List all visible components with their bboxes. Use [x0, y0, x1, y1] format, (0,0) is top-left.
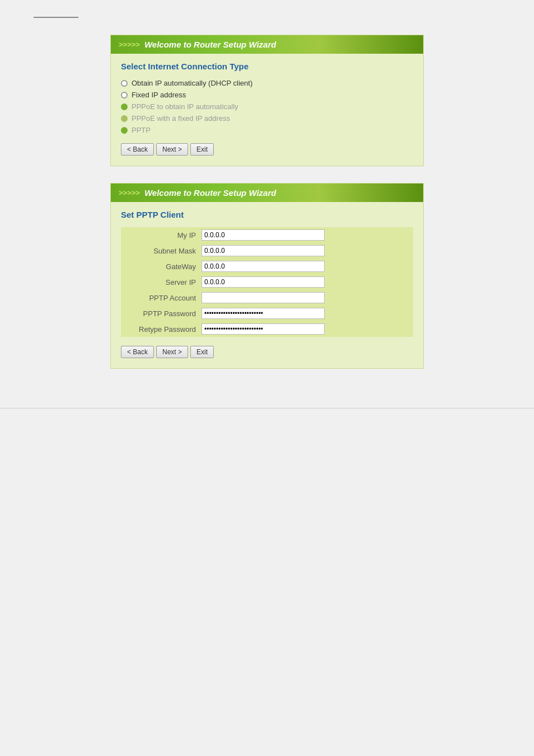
header-arrows-1: >>>>>: [119, 40, 140, 49]
back-button-1[interactable]: < Back: [121, 143, 154, 156]
option-pptp-label: PPTP: [132, 126, 151, 134]
input-cell-my-ip: [199, 227, 413, 243]
table-row-pptp-password: PPTP Password: [121, 306, 413, 321]
radio-dot-dhcp: [121, 80, 128, 87]
wizard-content-2: Set PPTP Client My IP Subnet Mask: [111, 202, 423, 368]
label-subnet: Subnet Mask: [121, 243, 199, 259]
header-title-2: Welcome to Router Setup Wizard: [144, 188, 276, 198]
option-pppoe-auto-label: PPPoE to obtain IP automatically: [132, 102, 238, 111]
input-cell-subnet: [199, 243, 413, 259]
table-row-gateway: GateWay: [121, 259, 413, 274]
header-title-1: Welcome to Router Setup Wizard: [144, 40, 276, 49]
gateway-input[interactable]: [202, 261, 325, 272]
subnet-mask-input[interactable]: [202, 245, 325, 256]
section-title-2: Set PPTP Client: [121, 210, 413, 219]
pptp-password-input[interactable]: [202, 308, 325, 319]
wizard-header-2: >>>>> Welcome to Router Setup Wizard: [111, 184, 423, 202]
label-pptp-password: PPTP Password: [121, 306, 199, 321]
radio-dot-pppoe-auto: [121, 104, 128, 110]
header-arrows-2: >>>>>: [119, 189, 140, 197]
button-row-1: < Back Next > Exit: [121, 143, 413, 156]
table-row-server-ip: Server IP: [121, 274, 413, 290]
label-my-ip: My IP: [121, 227, 199, 243]
exit-button-2[interactable]: Exit: [190, 346, 214, 358]
table-row-my-ip: My IP: [121, 227, 413, 243]
label-pptp-account: PPTP Account: [121, 290, 199, 306]
option-pptp: PPTP: [121, 126, 413, 134]
option-dhcp[interactable]: Obtain IP automatically (DHCP client): [121, 79, 413, 87]
option-dhcp-label: Obtain IP automatically (DHCP client): [132, 79, 252, 87]
option-pppoe-fixed: PPPoE with a fixed IP address: [121, 114, 413, 123]
input-cell-pptp-account: [199, 290, 413, 306]
connection-type-group: Obtain IP automatically (DHCP client) Fi…: [121, 79, 413, 134]
wizard-content-1: Select Internet Connection Type Obtain I…: [111, 54, 423, 166]
back-button-2[interactable]: < Back: [121, 346, 154, 358]
option-fixed-label: Fixed IP address: [132, 91, 186, 99]
option-fixed[interactable]: Fixed IP address: [121, 91, 413, 99]
input-cell-server-ip: [199, 274, 413, 290]
radio-dot-pppoe-fixed: [121, 115, 128, 122]
option-pppoe-fixed-label: PPPoE with a fixed IP address: [132, 114, 230, 123]
label-gateway: GateWay: [121, 259, 199, 274]
radio-dot-pptp: [121, 127, 128, 134]
table-row-pptp-account: PPTP Account: [121, 290, 413, 306]
next-button-1[interactable]: Next >: [156, 143, 188, 156]
radio-dot-fixed: [121, 92, 128, 98]
next-button-2[interactable]: Next >: [156, 346, 188, 358]
top-line: [34, 17, 78, 18]
input-cell-gateway: [199, 259, 413, 274]
pptp-account-input[interactable]: [202, 292, 325, 303]
input-cell-pptp-password: [199, 306, 413, 321]
label-retype-password: Retype Password: [121, 321, 199, 337]
wizard-box-2: >>>>> Welcome to Router Setup Wizard Set…: [110, 183, 424, 369]
wizard-box-1: >>>>> Welcome to Router Setup Wizard Sel…: [110, 35, 424, 166]
table-row-retype-password: Retype Password: [121, 321, 413, 337]
label-server-ip: Server IP: [121, 274, 199, 290]
wizard-header-1: >>>>> Welcome to Router Setup Wizard: [111, 35, 423, 54]
pptp-form-table: My IP Subnet Mask GateWay: [121, 227, 413, 337]
bottom-separator: [0, 408, 534, 408]
option-pppoe-auto: PPPoE to obtain IP automatically: [121, 102, 413, 111]
retype-password-input[interactable]: [202, 323, 325, 335]
input-cell-retype-password: [199, 321, 413, 337]
my-ip-input[interactable]: [202, 229, 325, 241]
server-ip-input[interactable]: [202, 276, 325, 288]
button-row-2: < Back Next > Exit: [121, 346, 413, 358]
page-wrapper: >>>>> Welcome to Router Setup Wizard Sel…: [0, 0, 534, 756]
table-row-subnet: Subnet Mask: [121, 243, 413, 259]
exit-button-1[interactable]: Exit: [190, 143, 214, 156]
section-title-1: Select Internet Connection Type: [121, 62, 413, 71]
